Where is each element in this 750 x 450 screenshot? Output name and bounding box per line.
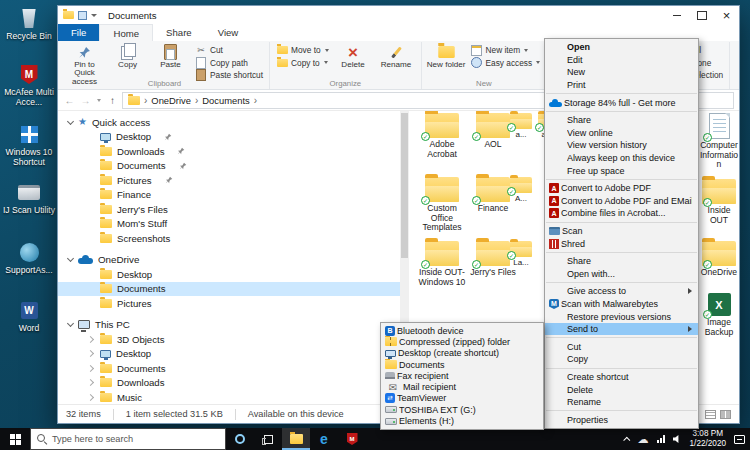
nav-item-downloads[interactable]: Downloads [58,144,400,159]
action-center-icon[interactable] [734,435,745,444]
context-menu-item-view-online[interactable]: View online [545,127,698,140]
context-menu-item-always-keep-on-this-device[interactable]: Always keep on this device [545,152,698,165]
desktop-icon-word[interactable]: Word [2,298,56,334]
task-view-button[interactable] [254,428,282,450]
context-menu-item-scan[interactable]: Scan [545,225,698,238]
context-menu-item-send-to[interactable]: Send to [545,323,698,336]
chevron-right-icon[interactable] [87,379,94,386]
onedrive-tray-icon[interactable] [638,434,649,445]
send-to-item-elements-h[interactable]: Elements (H:) [381,415,543,426]
context-menu-item-edit[interactable]: Edit [545,54,698,67]
nav-item-pictures[interactable]: Pictures [58,296,400,311]
send-to-item-bluetooth-device[interactable]: BBluetooth device [381,325,543,336]
close-button[interactable] [714,6,739,24]
context-menu-item-new[interactable]: New [545,66,698,79]
tab-share[interactable]: Share [153,24,205,41]
nav-section-this-pc[interactable]: This PC [58,318,400,333]
context-menu-item-create-shortcut[interactable]: Create shortcut [545,371,698,384]
context-menu-item-convert-to-adobe-pdf-and-email[interactable]: AConvert to Adobe PDF and EMail [545,195,698,208]
desktop-icon-mcafee-multi-acce[interactable]: McAfee Multi Acce... [2,62,56,107]
context-menu-item-restore-previous-versions[interactable]: Restore previous versions [545,310,698,323]
context-menu-item-combine-files-in-acrobat[interactable]: ACombine files in Acrobat... [545,207,698,220]
desktop-icon-supportas[interactable]: SupportAs... [2,240,56,276]
chevron-right-icon[interactable] [87,365,94,372]
tab-file[interactable]: File [58,24,99,41]
desktop-icon-recycle-bin[interactable]: Recycle Bin [2,6,56,42]
file-la[interactable]: La... [506,241,536,268]
forward-button[interactable] [79,95,92,106]
send-to-item-documents[interactable]: Documents [381,359,543,370]
tab-home[interactable]: Home [99,24,153,41]
mcafee-taskbar-button[interactable] [338,428,366,450]
nav-section-onedrive[interactable]: OneDrive [58,253,400,268]
copy-path-button[interactable]: Copy path [192,57,266,70]
chevron-right-icon[interactable] [87,336,94,343]
desktop-icon-ij-scan-utility[interactable]: IJ Scan Utility [2,180,56,216]
context-menu-item-view-version-history[interactable]: View version history [545,139,698,152]
breadcrumb-onedrive[interactable]: OneDrive [151,95,191,106]
chevron-right-icon[interactable] [87,350,94,357]
chevron-down-icon[interactable] [67,255,74,262]
file-explorer-taskbar-button[interactable] [282,428,310,450]
nav-item-downloads[interactable]: Downloads [58,376,400,391]
breadcrumb-documents[interactable]: Documents [202,95,249,106]
file-adobe-acrobat[interactable]: Adobe Acrobat [416,113,468,159]
context-menu-item-properties[interactable]: Properties [545,413,698,426]
nav-item-desktop[interactable]: Desktop [58,130,400,145]
context-menu-item-scan-with-malwarebytes[interactable]: MScan with Malwarebytes [545,298,698,311]
chevron-right-icon[interactable] [87,394,94,401]
file-a[interactable]: a... [506,113,536,140]
file-image-backup[interactable]: XImage Backup [698,293,739,337]
send-to-item-teamviewer[interactable]: ⇄TeamViewer [381,393,543,404]
customize-quick-access-icon[interactable] [91,14,97,17]
rename-button[interactable]: Rename [375,43,418,69]
nav-item-music[interactable]: Music [58,390,400,404]
tab-view[interactable]: View [205,24,252,41]
context-menu-item-open-with[interactable]: Open with... [545,268,698,281]
send-to-item-desktop-create-shortcut[interactable]: Desktop (create shortcut) [381,348,543,359]
desktop-icon-windows-10-shortcut[interactable]: Windows 10 Shortcut [2,122,56,167]
breadcrumb[interactable]: OneDrive Documents [122,92,581,109]
cortana-button[interactable] [226,428,254,450]
delete-button[interactable]: Delete [332,43,375,69]
context-menu-item-convert-to-adobe-pdf[interactable]: AConvert to Adobe PDF [545,182,698,195]
copy-to-button[interactable]: Copy to [273,57,332,70]
cut-button[interactable]: Cut [192,44,266,57]
recent-locations-button[interactable] [95,99,103,102]
send-to-item-compressed-zipped-folder[interactable]: Compressed (zipped) folder [381,336,543,347]
send-to-item-toshiba-ext-g[interactable]: TOSHIBA EXT (G:) [381,404,543,415]
file-onedrive[interactable]: OneDrive [698,241,739,278]
file-custom-office-templates[interactable]: Custom Office Templates [416,177,468,233]
nav-section-quick-access[interactable]: Quick access [58,115,400,130]
send-to-item-fax-recipient[interactable]: Fax recipient [381,370,543,381]
taskbar-search-box[interactable]: Type here to search [30,428,226,450]
edge-taskbar-button[interactable] [310,428,338,450]
start-button[interactable] [0,428,30,450]
paste-button[interactable]: Paste [149,43,192,69]
chevron-down-icon[interactable] [67,320,74,327]
nav-scrollbar-thumb[interactable] [401,113,408,258]
file-computer-information[interactable]: Computer Information [698,113,739,170]
tray-chevron-up-icon[interactable] [623,436,630,443]
file-a[interactable]: A... [506,177,536,204]
context-menu-item-rename[interactable]: Rename [545,396,698,409]
clock[interactable]: 3:08 PM 1/22/2020 [690,429,726,448]
new-folder-button[interactable]: New folder [425,43,468,69]
send-to-item-mail-recipient[interactable]: Mail recipient [381,381,543,392]
context-menu-item-share[interactable]: Share [545,114,698,127]
nav-item-jerry-s-files[interactable]: Jerry's Files [58,202,400,217]
context-menu-item-give-access-to[interactable]: Give access to [545,285,698,298]
context-menu-item-print[interactable]: Print [545,79,698,92]
volume-icon[interactable] [673,435,682,444]
context-menu-item-shred[interactable]: Shred [545,237,698,250]
context-menu-item-cut[interactable]: Cut [545,340,698,353]
context-menu-item-copy[interactable]: Copy [545,353,698,366]
nav-item-mom-s-stuff[interactable]: Mom's Stuff [58,217,400,232]
file-inside-out-windows-10[interactable]: Inside OUT-Windows 10 [416,241,468,287]
nav-item-desktop[interactable]: Desktop [58,347,400,362]
nav-item-finance[interactable]: Finance [58,188,400,203]
nav-item-pictures[interactable]: Pictures [58,173,400,188]
copy-button[interactable]: Copy [106,43,149,69]
nav-item-desktop[interactable]: Desktop [58,267,400,282]
context-menu-item-share[interactable]: Share [545,255,698,268]
